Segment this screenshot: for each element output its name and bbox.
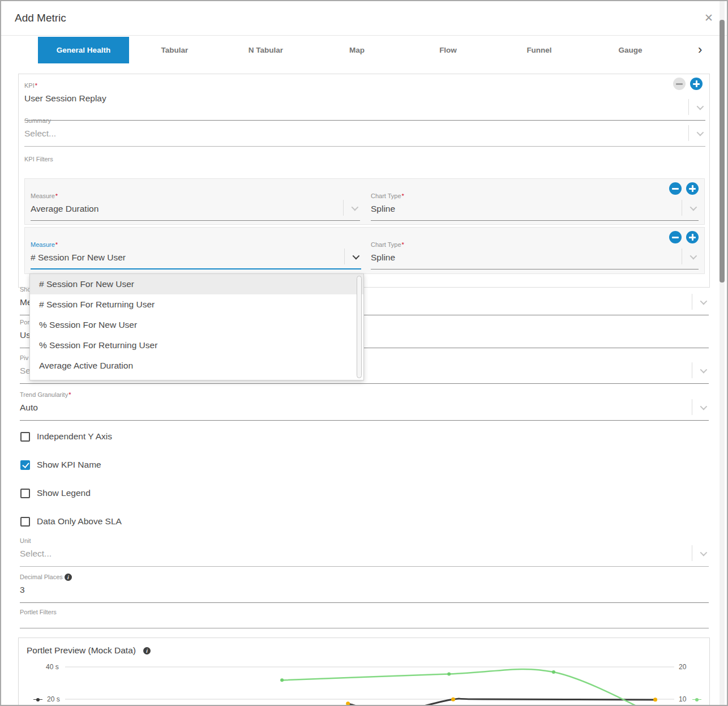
- checkbox-data-only-above-sla[interactable]: Data Only Above SLA: [20, 516, 122, 527]
- chevron-down-icon[interactable]: [344, 249, 358, 264]
- tab-general-health[interactable]: General Health: [38, 37, 129, 63]
- dropdown-option[interactable]: # Session For Returning User: [30, 294, 363, 315]
- decimal-places-label: Decimal Places: [20, 574, 63, 580]
- required-marker: *: [55, 192, 58, 199]
- summary-label: Summary: [24, 117, 51, 124]
- measure-options-dropdown: # Session For New User # Session For Ret…: [29, 273, 364, 380]
- info-icon[interactable]: i: [65, 574, 72, 581]
- y-axis-left-tick-20s: 20 s: [47, 695, 60, 703]
- checkbox-label: Show Legend: [37, 488, 91, 498]
- measure-select-focused[interactable]: Measure* # Session For New User: [31, 241, 361, 269]
- right-axis-series-marker-icon: [692, 698, 701, 701]
- measure-row: Measure* Average Duration Chart Type* Sp…: [24, 178, 705, 225]
- left-axis-series-marker-icon: [33, 698, 42, 701]
- tab-gauge[interactable]: Gauge: [585, 37, 676, 63]
- chart-type-value: Spline: [371, 250, 699, 265]
- chart-type-value: Spline: [371, 202, 699, 216]
- portlet-filters-divider: [20, 628, 709, 628]
- decimal-places-value: 3: [20, 583, 709, 597]
- tab-n-tabular[interactable]: N Tabular: [220, 37, 311, 63]
- measure-label: Measure: [31, 241, 55, 248]
- dropdown-option[interactable]: % Session For New User: [30, 315, 363, 335]
- chevron-down-icon[interactable]: [692, 294, 705, 310]
- data-point-marker: [447, 673, 451, 676]
- data-point-marker: [280, 678, 284, 682]
- dialog-scrollbar[interactable]: [720, 1, 725, 706]
- data-point-marker: [451, 698, 455, 701]
- data-point-marker: [346, 701, 350, 705]
- close-icon[interactable]: ✕: [704, 11, 713, 24]
- dialog-header: Add Metric ✕: [1, 1, 727, 36]
- add-metric-dialog: Add Metric ✕ General Health Tabular N Ta…: [0, 0, 728, 706]
- measure-row: Measure* # Session For New User Chart Ty…: [24, 227, 705, 274]
- tab-tabular[interactable]: Tabular: [129, 37, 220, 63]
- measure-label: Measure: [31, 192, 55, 199]
- trend-granularity-value: Auto: [20, 400, 709, 415]
- required-marker: *: [402, 192, 404, 199]
- kpi-filters-label: KPI Filters: [24, 156, 53, 162]
- checkbox[interactable]: [20, 432, 30, 442]
- chart-type-select[interactable]: Chart Type* Spline: [371, 192, 699, 221]
- measure-value: Average Duration: [31, 202, 360, 216]
- chevron-down-icon[interactable]: [682, 200, 695, 216]
- tabs-more-icon[interactable]: ›: [698, 42, 702, 57]
- required-marker: *: [68, 391, 71, 398]
- portlet-preview-panel: Portlet Preview (Mock Data) i 40 s 20 s …: [18, 637, 710, 706]
- summary-value: Select...: [24, 126, 705, 141]
- series-line: [348, 699, 656, 706]
- chart-type-label: Chart Type: [371, 241, 401, 248]
- checkbox[interactable]: [20, 517, 30, 527]
- required-marker: *: [35, 82, 37, 89]
- data-point-marker: [653, 698, 657, 701]
- trend-granularity-select[interactable]: Trend Granularity* Auto: [20, 391, 709, 421]
- dropdown-option[interactable]: % Session For Returning User: [30, 335, 363, 356]
- tab-flow[interactable]: Flow: [402, 37, 494, 63]
- tab-map[interactable]: Map: [311, 37, 402, 63]
- measure-select[interactable]: Measure* Average Duration: [31, 192, 360, 221]
- preview-chart: [19, 638, 709, 706]
- required-marker: *: [55, 241, 58, 248]
- summary-select[interactable]: Summary Select...: [24, 117, 705, 147]
- checkbox[interactable]: [20, 460, 30, 470]
- chevron-down-icon[interactable]: [692, 399, 705, 415]
- dialog-scrollbar-thumb[interactable]: [720, 20, 725, 283]
- tab-funnel[interactable]: Funnel: [494, 37, 585, 63]
- dropdown-option[interactable]: Average Active Duration: [30, 356, 363, 376]
- unit-value: Select...: [20, 546, 709, 561]
- series-line: [282, 669, 658, 706]
- chevron-down-icon[interactable]: [692, 362, 705, 378]
- unit-label: Unit: [20, 537, 31, 544]
- checkbox-show-kpi-name[interactable]: Show KPI Name: [20, 459, 101, 470]
- chevron-down-icon[interactable]: [692, 545, 705, 561]
- measure-value: # Session For New User: [31, 250, 361, 265]
- required-marker: *: [402, 241, 404, 248]
- chart-type-select[interactable]: Chart Type* Spline: [371, 241, 699, 269]
- tab-bar: General Health Tabular N Tabular Map Flo…: [1, 36, 727, 65]
- y-axis-right-tick-10: 10: [679, 695, 686, 703]
- checkbox-show-legend[interactable]: Show Legend: [20, 487, 91, 499]
- chevron-down-icon[interactable]: [682, 249, 695, 264]
- checkbox[interactable]: [20, 489, 30, 498]
- checkbox-label: Data Only Above SLA: [37, 516, 122, 527]
- dropdown-scrollbar-thumb[interactable]: [357, 276, 362, 378]
- y-axis-right-tick-20: 20: [679, 663, 686, 671]
- chevron-down-icon[interactable]: [343, 200, 357, 216]
- decimal-places-input[interactable]: Decimal Places i 3: [20, 574, 709, 603]
- kpi-repeater-panel: KPI* User Session Replay Summary Select.…: [18, 74, 710, 288]
- data-point-marker: [552, 670, 555, 674]
- unit-select[interactable]: Unit Select...: [20, 537, 709, 567]
- kpi-select[interactable]: KPI* User Session Replay: [24, 82, 705, 121]
- checkbox-label: Show KPI Name: [37, 460, 101, 470]
- trend-granularity-label: Trend Granularity: [20, 391, 68, 398]
- dropdown-option[interactable]: # Session For New User: [30, 274, 363, 294]
- y-axis-left-tick-40s: 40 s: [46, 663, 59, 671]
- chart-type-label: Chart Type: [371, 192, 401, 199]
- kpi-value: User Session Replay: [24, 91, 705, 106]
- page-title: Add Metric: [15, 12, 66, 24]
- checkbox-label: Independent Y Axis: [37, 431, 112, 442]
- checkbox-independent-y-axis[interactable]: Independent Y Axis: [20, 431, 112, 442]
- chevron-down-icon[interactable]: [688, 99, 702, 115]
- kpi-label: KPI: [24, 82, 35, 89]
- portlet-filters-label: Portlet Filters: [20, 609, 57, 615]
- chevron-down-icon[interactable]: [688, 125, 702, 141]
